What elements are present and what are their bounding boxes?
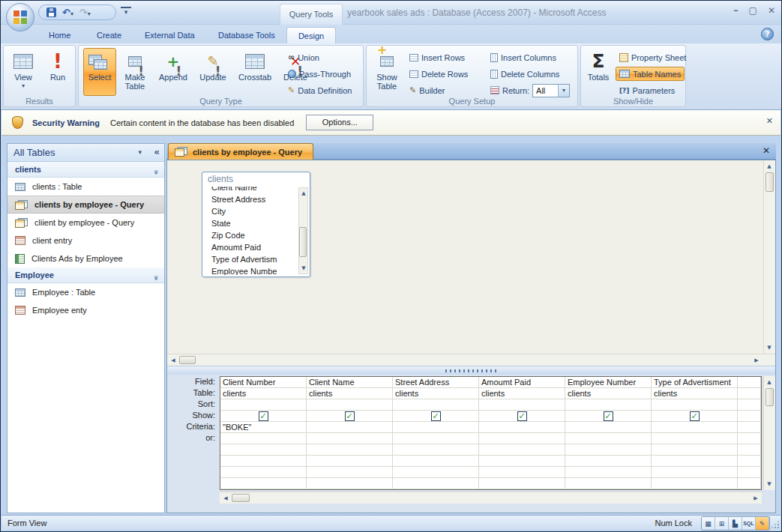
field-item[interactable]: Type of Advertism [203,253,298,265]
resize-grip[interactable] [772,521,779,528]
insert-rows-button[interactable]: Insert Rows [406,50,469,64]
redo-button[interactable]: ↷▾ [79,7,91,17]
grid-cell-criteria[interactable] [393,422,479,433]
document-close-icon[interactable]: ✕ [763,145,770,156]
show-checkbox[interactable]: ✓ [604,411,613,421]
grid-cell-field[interactable]: Type of Advertisment [652,377,738,388]
append-button[interactable]: +! Append [154,48,193,96]
table-names-button[interactable]: Table Names [616,67,685,81]
grid-cell-criteria[interactable] [307,422,393,433]
datasheet-view-button[interactable]: ▦ [702,517,715,530]
nav-item-cliient-by-employee-query[interactable]: cliient by employee - Query [7,214,164,232]
undo-button[interactable]: ↶▾ [62,7,73,17]
scroll-down-icon[interactable]: ▼ [764,342,775,353]
scroll-right-icon[interactable]: ▶ [751,493,761,504]
splitter-grip[interactable] [445,369,498,372]
field-item[interactable]: Street Address [203,193,298,205]
parameters-button[interactable]: [?] Parameters [616,83,679,97]
property-sheet-button[interactable]: Property Sheet [616,50,690,64]
grid-cell[interactable] [307,456,393,467]
grid-cell-criteria[interactable] [479,422,565,433]
tab-create[interactable]: Create [88,27,130,43]
grid-cell[interactable] [479,478,565,489]
scroll-up-icon[interactable]: ▲ [764,377,775,387]
grid-cell[interactable] [393,456,479,467]
save-icon[interactable] [46,7,56,17]
scroll-down-icon[interactable]: ▼ [298,263,309,273]
grid-cell-criteria[interactable]: "BOKE" [220,422,307,433]
nav-group-clients[interactable]: clients » [7,162,164,178]
grid-cell[interactable] [738,444,761,456]
help-button[interactable]: ? [761,28,774,40]
grid-cell[interactable] [307,444,393,456]
show-checkbox[interactable]: ✓ [259,411,268,421]
scroll-left-icon[interactable]: ◀ [168,355,178,366]
view-button[interactable]: View ▾ [7,48,40,96]
grid-cell-sort[interactable] [220,399,307,411]
grid-horizontal-scrollbar[interactable]: ◀ ▶ [220,492,762,504]
document-tab-clients-by-employee-query[interactable]: clients by employee - Query [168,143,313,160]
design-view-button[interactable]: ✎ [756,517,769,530]
grid-cell-sort[interactable] [565,399,652,411]
scroll-up-icon[interactable]: ▲ [298,188,309,199]
grid-cell-field[interactable]: Client Name [307,377,393,388]
nav-item-client-entry[interactable]: client entry [7,232,164,250]
grid-cell[interactable] [220,467,307,478]
grid-cell[interactable] [738,478,761,489]
show-table-button[interactable]: + Show Table [371,48,403,96]
show-checkbox[interactable]: ✓ [431,411,441,421]
show-checkbox[interactable]: ✓ [690,411,700,421]
nav-item-employee-enty[interactable]: Employee enty [7,301,164,319]
update-button[interactable]: ✎! Update [194,48,232,96]
grid-cell[interactable] [565,478,652,489]
tab-design[interactable]: Design [286,27,336,43]
scrollbar-thumb[interactable] [766,172,774,192]
union-button[interactable]: ∞ Union [284,50,323,64]
tab-home[interactable]: Home [40,27,79,43]
office-button[interactable] [6,3,34,31]
grid-cell[interactable] [307,467,393,478]
grid-cell-show[interactable]: ✓ [307,411,393,422]
pane-splitter[interactable] [167,366,775,375]
grid-cell-show[interactable]: ✓ [479,411,565,422]
grid-cell-sort[interactable] [652,399,738,411]
nav-pane-header[interactable]: All Tables ▾ « [7,144,164,162]
nav-item-clients-ads-by-employee[interactable]: Clients Ads by Employee [7,250,164,267]
minimize-button[interactable]: – [734,5,739,16]
grid-cell-table[interactable]: clients [393,388,479,399]
scrollbar-thumb[interactable] [179,356,196,364]
delete-columns-button[interactable]: Delete Columns [487,67,563,81]
grid-cell[interactable] [220,456,307,467]
pass-through-button[interactable]: Pass-Through [284,67,355,81]
maximize-button[interactable]: ▢ [749,5,757,16]
grid-cell-table[interactable]: clients [652,388,738,399]
grid-cell[interactable] [393,478,479,489]
show-checkbox[interactable]: ✓ [517,411,527,421]
field-item[interactable]: Amoumt Paid [203,241,298,253]
grid-cell-criteria[interactable] [652,422,738,433]
grid-cell[interactable] [479,444,565,456]
grid-cell[interactable] [652,444,738,456]
tab-external-data[interactable]: External Data [136,27,204,43]
return-dropdown-icon[interactable]: ▾ [558,85,569,97]
make-table-button[interactable]: ! Make Table [118,48,152,96]
grid-cell-criteria[interactable] [565,422,652,433]
crosstab-button[interactable]: Crosstab [233,48,277,96]
field-list-clients[interactable]: clients Client Name Street Address City … [202,172,310,277]
grid-cell-sort[interactable] [307,399,393,411]
grid-cell-or[interactable] [479,433,565,444]
grid-cell-show[interactable]: ✓ [220,411,307,422]
scroll-up-icon[interactable]: ▲ [764,161,775,172]
top-pane-vertical-scrollbar[interactable]: ▲ ▼ [763,160,775,354]
insert-columns-button[interactable]: Insert Columns [487,50,560,64]
grid-cell-show[interactable]: ✓ [393,411,479,422]
grid-cell[interactable] [738,433,761,444]
field-item[interactable]: Zip Code [203,229,298,241]
scroll-down-icon[interactable]: ▼ [764,479,775,489]
grid-cell[interactable] [652,456,738,467]
grid-cell-or[interactable] [220,433,307,444]
grid-cell-table[interactable]: clients [479,388,565,399]
return-combobox[interactable]: All ▾ [532,84,570,97]
grid-cell-table[interactable]: clients [307,388,393,399]
nav-pane-menu-icon[interactable]: ▾ [138,144,142,161]
